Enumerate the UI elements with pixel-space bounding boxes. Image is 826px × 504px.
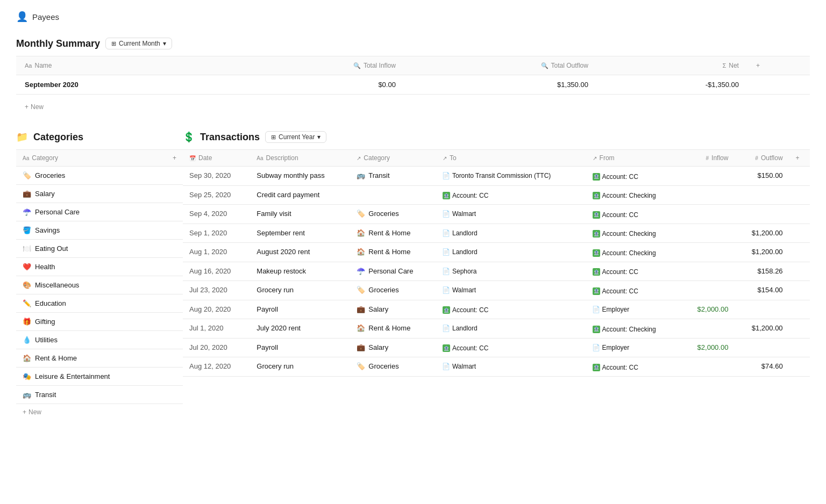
trans-from: 🏦 Account: Checking bbox=[586, 224, 681, 243]
category-row[interactable]: 🏷️ Groceries bbox=[16, 167, 183, 185]
col-name: Aa Name bbox=[16, 56, 227, 75]
transaction-row[interactable]: Jul 1, 2020 July 2020 rent 🏠 Rent & Home… bbox=[183, 319, 810, 339]
trans-outflow bbox=[735, 205, 789, 224]
category-cell: 🪣 Savings bbox=[16, 221, 183, 240]
transaction-row[interactable]: Jul 23, 2020 Grocery run 🏷️ Groceries 📄 … bbox=[183, 281, 810, 300]
plus-icon: + bbox=[23, 408, 26, 416]
summary-row[interactable]: September 2020 $0.00 $1,350.00 -$1,350.0… bbox=[16, 75, 810, 95]
transaction-row[interactable]: Sep 30, 2020 Subway monthly pass 🚌 Trans… bbox=[183, 167, 810, 186]
category-row[interactable]: 🎨 Miscellaneous bbox=[16, 276, 183, 294]
cat-col-add[interactable]: + bbox=[140, 150, 183, 167]
account-badge: 🏦 Account: CC bbox=[593, 364, 638, 371]
trans-outflow bbox=[735, 300, 789, 319]
transaction-row[interactable]: Sep 1, 2020 September rent 🏠 Rent & Home… bbox=[183, 224, 810, 243]
doc-badge: 📄 Landlord bbox=[443, 248, 478, 256]
category-row[interactable]: 💼 Salary bbox=[16, 185, 183, 203]
category-row[interactable]: ✏️ Education bbox=[16, 294, 183, 313]
transaction-row[interactable]: Aug 1, 2020 August 2020 rent 🏠 Rent & Ho… bbox=[183, 243, 810, 262]
doc-badge: 📄 Sephora bbox=[443, 268, 476, 275]
trans-extra bbox=[789, 167, 810, 186]
category-new-button[interactable]: + New bbox=[16, 404, 183, 420]
trans-inflow bbox=[680, 262, 735, 281]
doc-icon: 📄 bbox=[593, 344, 600, 351]
monthly-summary-filter[interactable]: ⊞ Current Month ▾ bbox=[105, 38, 172, 49]
trans-col-add[interactable]: + bbox=[789, 150, 810, 167]
trans-from: 🏦 Account: CC bbox=[586, 167, 681, 186]
trans-extra bbox=[789, 300, 810, 319]
trans-description: Subway monthly pass bbox=[250, 167, 350, 186]
trans-extra bbox=[789, 319, 810, 339]
transaction-row[interactable]: Aug 20, 2020 Payroll 💼 Salary 🏦 Account:… bbox=[183, 300, 810, 319]
category-cell: 🏷️ Groceries bbox=[16, 167, 183, 185]
trans-date: Aug 12, 2020 bbox=[183, 357, 250, 377]
transaction-row[interactable]: Aug 12, 2020 Grocery run 🏷️ Groceries 📄 … bbox=[183, 357, 810, 377]
account-icon: 🏦 bbox=[593, 230, 600, 237]
category-row[interactable]: 🎭 Leisure & Entertainment bbox=[16, 368, 183, 386]
transaction-row[interactable]: Aug 16, 2020 Makeup restock ☂️ Personal … bbox=[183, 262, 810, 281]
cat-col-name: Aa Category bbox=[16, 150, 140, 167]
account-badge: 🏦 Account: CC bbox=[593, 211, 638, 219]
trans-category: 🏠 Rent & Home bbox=[350, 319, 436, 339]
doc-badge: 📄 Walmart bbox=[443, 286, 476, 294]
doc-badge: 📄 Employer bbox=[593, 344, 630, 351]
transaction-row[interactable]: Sep 4, 2020 Family visit 🏷️ Groceries 📄 … bbox=[183, 205, 810, 224]
trans-description: September rent bbox=[250, 224, 350, 243]
category-row[interactable]: 🍽️ Eating Out bbox=[16, 240, 183, 258]
account-label: Account: CC bbox=[452, 192, 488, 199]
col-net: Σ Net bbox=[597, 56, 747, 75]
doc-badge: 📄 Walmart bbox=[443, 363, 476, 370]
trans-date: Sep 1, 2020 bbox=[183, 224, 250, 243]
doc-badge: 📄 Employer bbox=[593, 306, 630, 313]
trans-inflow bbox=[680, 185, 735, 205]
trans-outflow bbox=[735, 185, 789, 205]
category-emoji: ❤️ bbox=[23, 263, 31, 271]
trans-date: Sep 4, 2020 bbox=[183, 205, 250, 224]
trans-to: 🏦 Account: CC bbox=[436, 185, 586, 205]
trans-date: Sep 30, 2020 bbox=[183, 167, 250, 186]
category-cell: 🚌 Transit bbox=[16, 386, 183, 404]
category-row[interactable]: 💧 Utilities bbox=[16, 331, 183, 349]
category-row[interactable]: 🚌 Transit bbox=[16, 386, 183, 404]
category-cell: ❤️ Health bbox=[16, 258, 183, 276]
trans-description: Family visit bbox=[250, 205, 350, 224]
account-label: Account: CC bbox=[602, 173, 638, 181]
transaction-row[interactable]: Sep 25, 2020 Credit card payment 🏦 Accou… bbox=[183, 185, 810, 205]
doc-label: Landlord bbox=[452, 248, 478, 256]
doc-label: Toronto Transit Commission (TTC) bbox=[452, 172, 551, 179]
summary-net: -$1,350.00 bbox=[597, 75, 747, 95]
account-badge: 🏦 Account: CC bbox=[443, 344, 488, 352]
trans-extra bbox=[789, 185, 810, 205]
account-icon: 🏦 bbox=[443, 344, 450, 352]
category-row[interactable]: 🏠 Rent & Home bbox=[16, 349, 183, 368]
category-cell: 🍽️ Eating Out bbox=[16, 240, 183, 258]
col-add[interactable]: + bbox=[747, 56, 810, 75]
category-emoji: 🪣 bbox=[23, 226, 31, 234]
category-name: Rent & Home bbox=[368, 229, 410, 237]
trans-extra bbox=[789, 243, 810, 262]
account-icon: 🏦 bbox=[593, 287, 600, 295]
doc-icon: 📄 bbox=[443, 363, 450, 370]
category-cell: 🏷️ Groceries bbox=[357, 210, 430, 218]
category-row[interactable]: ❤️ Health bbox=[16, 258, 183, 276]
trans-col-to: ↗ To bbox=[436, 150, 586, 167]
doc-icon: 📄 bbox=[443, 286, 450, 294]
account-badge: 🏦 Account: Checking bbox=[593, 230, 656, 237]
category-emoji: 🏠 bbox=[23, 354, 31, 362]
trans-outflow: $1,200.00 bbox=[735, 243, 789, 262]
category-row[interactable]: 🎁 Gifting bbox=[16, 313, 183, 331]
category-row[interactable]: ☂️ Personal Care bbox=[16, 203, 183, 221]
transaction-row[interactable]: Jul 20, 2020 Payroll 💼 Salary 🏦 Account:… bbox=[183, 338, 810, 357]
category-emoji: 🏠 bbox=[357, 229, 365, 237]
payees-header: 👤 Payees bbox=[16, 11, 810, 23]
trans-extra bbox=[789, 357, 810, 377]
trans-category: 🏷️ Groceries bbox=[350, 205, 436, 224]
summary-new-button[interactable]: + New bbox=[16, 99, 810, 115]
account-badge: 🏦 Account: CC bbox=[593, 268, 638, 276]
category-row[interactable]: 🪣 Savings bbox=[16, 221, 183, 240]
categories-title: Categories bbox=[33, 132, 83, 143]
category-emoji: 🎁 bbox=[23, 318, 31, 326]
doc-label: Landlord bbox=[452, 325, 478, 332]
transactions-filter[interactable]: ⊞ Current Year ▾ bbox=[265, 131, 326, 143]
trans-outflow: $1,200.00 bbox=[735, 319, 789, 339]
category-label: Utilities bbox=[35, 336, 58, 344]
